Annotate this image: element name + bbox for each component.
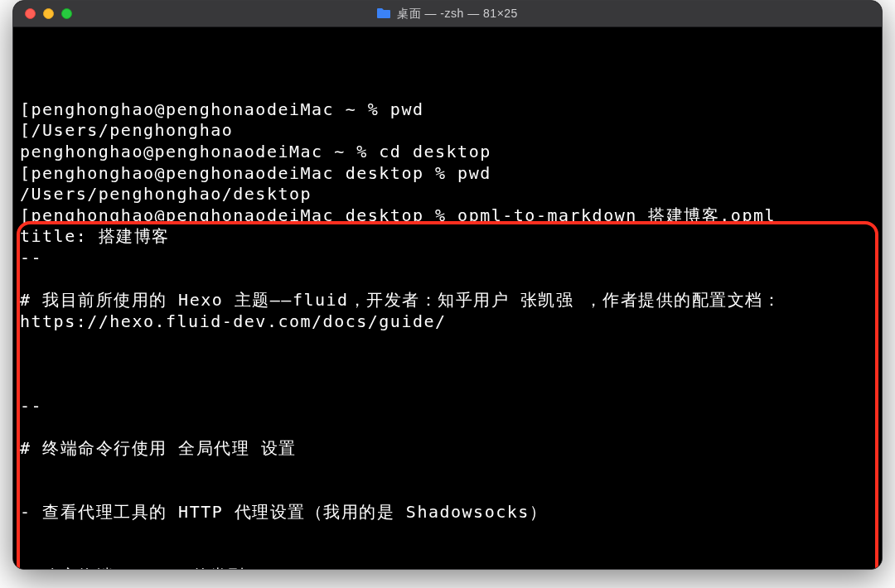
terminal-line: [20, 375, 875, 397]
window-title-text: 桌面 — -zsh — 81×25: [397, 7, 518, 22]
terminal-line: - 查看代理工具的 HTTP 代理设置（我用的是 Shadowsocks）: [20, 502, 875, 523]
terminal-line: [/Users/penghonghao: [20, 120, 875, 142]
terminal-line: - 确定终端 shell 的类型: [20, 566, 875, 570]
terminal-line: --: [20, 248, 875, 269]
titlebar[interactable]: 桌面 — -zsh — 81×25: [13, 1, 882, 27]
terminal-line: /Users/penghonghao/desktop: [20, 184, 875, 205]
terminal-window: 桌面 — -zsh — 81×25 [penghonghao@penghonao…: [12, 0, 883, 570]
maximize-icon[interactable]: [61, 8, 72, 19]
terminal-line: penghonghao@penghonaodeiMac ~ % cd deskt…: [20, 142, 875, 163]
terminal-line: [20, 544, 875, 566]
terminal-line: [20, 480, 875, 502]
terminal-line: [20, 354, 875, 375]
terminal-line: [20, 332, 875, 354]
terminal-line: [20, 460, 875, 481]
terminal-line: [20, 269, 875, 291]
minimize-icon[interactable]: [43, 8, 54, 19]
terminal-line: https://hexo.fluid-dev.com/docs/guide/: [20, 311, 875, 333]
folder-icon: [377, 7, 390, 21]
window-controls: [25, 8, 72, 19]
close-icon[interactable]: [25, 8, 36, 19]
terminal-line: [20, 523, 875, 545]
terminal-line: [penghonghao@penghonaodeiMac desktop % o…: [20, 205, 875, 227]
terminal-line: [penghonghao@penghonaodeiMac desktop % p…: [20, 163, 875, 185]
terminal-line: # 我目前所使用的 Hexo 主题——fluid，开发者：知乎用户 张凯强 ，作…: [20, 290, 875, 311]
terminal-line: [20, 417, 875, 439]
terminal-line: --: [20, 396, 875, 417]
terminal-line: [penghonghao@penghonaodeiMac ~ % pwd: [20, 99, 875, 121]
terminal-line: # 终端命令行使用 全局代理 设置: [20, 438, 875, 460]
terminal-line: title: 搭建博客: [20, 226, 875, 248]
window-title: 桌面 — -zsh — 81×25: [13, 7, 882, 22]
terminal-body[interactable]: [penghonghao@penghonaodeiMac ~ % pwd[/Us…: [13, 27, 882, 570]
